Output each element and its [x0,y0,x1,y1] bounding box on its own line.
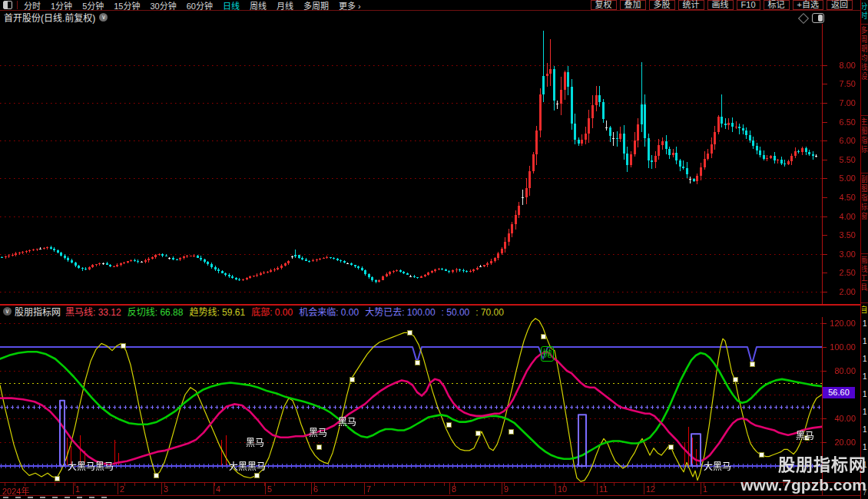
chart-indicator-divider [0,304,860,306]
clipped-glyph [89,497,94,498]
clipped-glyph [65,497,70,498]
price-axis-label: 2.00 [820,287,856,296]
timeline-month-label: 2 [120,484,124,494]
toolbar-button-返回[interactable]: 返回 [827,0,853,10]
indicator-canvas[interactable] [0,317,868,482]
sidebar-separator [861,115,868,116]
sidebar-tag[interactable]: 自 [862,306,868,316]
sidebar-digit: 1 [863,443,867,451]
price-axis-label: 4.00 [820,212,856,221]
toolbar-button-叠加[interactable]: 叠加 [620,0,646,10]
sidebar-separator [861,24,868,25]
signal-text-label: 黑马 [309,425,327,438]
toolbar-button-复权[interactable]: 复权 [591,0,617,10]
indicator-axis-label: 20.00 [820,438,856,447]
indicator-field-机会来临: 机会来临: 0.00 [299,307,359,317]
main-chart-canvas[interactable] [0,24,868,305]
price-axis-label: 3.00 [820,250,856,259]
sidebar-digit: 1 [863,372,867,381]
indicator-field-6: : 50.00 [442,307,470,317]
sidebar-separator [861,302,868,303]
timeline-month-label: 10 [558,484,567,494]
clipped-glyph [52,497,58,498]
indicator-values: 黑马线: 33.12反切线: 66.88趋势线: 59.61底部: 0.00机会… [65,306,510,317]
price-axis-label: 6.00 [820,136,856,145]
price-axis-label: 5.00 [820,173,856,183]
timeline-month-label: 5 [267,484,272,494]
toolbar-separator [17,1,18,9]
sidebar-digit: 1 [863,319,867,328]
signal-text-label: 黑马 [796,428,814,441]
indicator-current-value-box: 56.60 [823,387,855,398]
indicator-source-label: 股朋指标网 [15,306,61,317]
signal-text-label: 黑马 [338,415,356,428]
timeline-month-label: 6 [313,484,318,494]
titlebar: 首开股份(日线.前复权) ∨ [0,11,860,24]
signal-text-label: 黑马 [246,435,264,448]
title-dropdown-icon[interactable]: ∨ [99,13,108,21]
clipped-glyph [3,497,8,498]
indicator-field-大势已去: 大势已去: 100.00 [365,307,435,317]
sidebar-separator [861,173,868,173]
signal-text-label: 大黑黑马 [229,459,266,472]
clipped-status-text [3,496,234,499]
clipped-glyph [28,497,33,498]
sidebar-item-clipped[interactable]: 分时 [862,2,868,24]
sidebar-item-clipped[interactable]: 画线工具 [862,256,868,300]
indicator-axis-label: 40.00 [820,414,856,423]
timeline-canvas[interactable] [0,482,868,495]
sidebar-digit: 1 [863,425,867,434]
toolbar-button-统计[interactable]: 统计 [678,0,704,10]
price-axis-label: 6.50 [820,117,856,127]
timeline-month-label: 4 [216,484,220,494]
timeline-month-label: 12 [646,484,655,494]
indicator-axis-label: 80.00 [820,366,856,375]
price-axis-label: 7.50 [820,79,856,88]
toolbar-button-多股[interactable]: 多股 [649,0,675,10]
sidebar-item-clipped[interactable]: 主图指标 [862,117,868,171]
toolbar-button-F10[interactable]: F10 [737,0,760,10]
clipped-glyph [15,497,21,498]
sidebar-digit: 1 [863,408,867,416]
price-axis-label: 2.50 [820,268,856,277]
price-axis-label: 3.50 [820,230,856,240]
right-sidebar-clipped[interactable]: 分时多周期均线设主图指标副图指标窗画线工具自1111111117 [860,0,868,499]
trading-app-window: 分时1分钟5分钟15分钟30分钟60分钟日线周线月线多周期更多 › 复权叠加多股… [0,0,868,499]
clipped-glyph [101,497,107,498]
indicator-field-趋势线: 趋势线: 59.61 [189,307,245,317]
indicator-axis-label: 120.00 [820,319,856,328]
window-layout-icon[interactable] [3,1,12,9]
timeline-top-border [0,482,860,483]
timeline-month-label: 1 [75,484,80,494]
sidebar-item-clipped[interactable]: 副图指标窗 [862,175,868,252]
split-panel-icon[interactable] [812,13,824,23]
toolbar-button-+自选[interactable]: +自选 [793,0,823,10]
price-axis-label: 8.00 [820,61,856,70]
sidebar-digit: 1 [863,355,867,363]
timeline-month-label: 11 [599,484,608,494]
indicator-field-黑马线: 黑马线: 33.12 [65,307,121,317]
timeline-month-label: 8 [452,484,456,494]
clipped-glyph [77,497,82,498]
indicator-field-7: : 70.00 [475,307,504,317]
toolbar-button-画线[interactable]: 画线 [707,0,734,10]
timeline-year-label: 2024年 [2,484,29,497]
price-axis-label: 7.00 [820,98,856,107]
toolbar-actions: 复权叠加多股统计画线F10标记+自选返回 [591,0,860,10]
watermark: 股朋指标网 www.7gpzb.com [740,457,866,493]
sidebar-digit: 1 [863,390,867,398]
watermark-url: www.7gpzb.com [740,477,866,493]
sidebar-item-clipped[interactable]: 多周期均线设 [862,26,868,114]
indicator-axis-label: 100.00 [820,342,856,352]
stock-title: 首开股份(日线.前复权) [4,11,95,24]
toolbar-button-标记[interactable]: 标记 [764,0,790,10]
clipped-glyph [40,497,45,498]
price-axis-label: 4.50 [820,193,856,202]
sell-signal-marker: 抛 [541,346,554,362]
watermark-name: 股朋指标网 [740,457,866,474]
sidebar-digit: 1 [863,337,867,345]
sidebar-separator [861,253,868,254]
indicator-collapse-icon[interactable]: ∨ [3,307,12,316]
signal-text-label: 大黑马 [704,459,731,472]
timeline-month-label: 3 [164,484,168,494]
